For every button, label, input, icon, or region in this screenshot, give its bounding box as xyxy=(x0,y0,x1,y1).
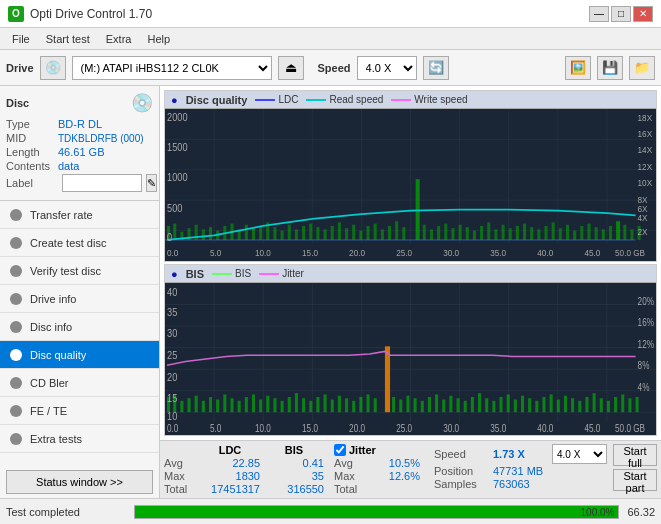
svg-rect-154 xyxy=(406,396,409,412)
nav-label-disc-info: Disc info xyxy=(30,321,72,333)
drive-select[interactable]: (M:) ATAPI iHBS112 2 CL0K xyxy=(72,56,272,80)
app-icon: O xyxy=(8,6,24,22)
refresh-button[interactable]: 🔄 xyxy=(423,56,449,80)
svg-rect-39 xyxy=(345,228,348,240)
svg-rect-186 xyxy=(636,397,639,412)
chart1-container: ● Disc quality LDC Read speed Write spee… xyxy=(164,90,657,262)
sidebar-item-disc-quality[interactable]: Disc quality xyxy=(0,341,159,369)
chart1-header: ● Disc quality LDC Read speed Write spee… xyxy=(165,91,656,109)
svg-rect-132 xyxy=(245,397,248,412)
svg-text:15.0: 15.0 xyxy=(302,248,318,259)
progress-fill xyxy=(135,506,618,518)
status-window-button[interactable]: Status window >> xyxy=(6,470,153,494)
svg-rect-44 xyxy=(381,229,384,240)
svg-text:5.0: 5.0 xyxy=(210,424,221,435)
sidebar-item-transfer-rate[interactable]: Transfer rate xyxy=(0,201,159,229)
svg-rect-60 xyxy=(502,225,505,240)
avg-label: Avg xyxy=(164,457,196,469)
svg-text:20.0: 20.0 xyxy=(349,248,365,259)
svg-text:25.0: 25.0 xyxy=(396,248,412,259)
max-label: Max xyxy=(164,470,196,482)
svg-rect-183 xyxy=(614,397,617,412)
nav-label-transfer-rate: Transfer rate xyxy=(30,209,93,221)
sidebar-item-cd-bler[interactable]: CD Bler xyxy=(0,369,159,397)
chart1-body: 2000 1500 1000 500 0 18X 16X 14X 12X 10X… xyxy=(165,109,656,261)
content-area: ● Disc quality LDC Read speed Write spee… xyxy=(160,86,661,498)
svg-rect-125 xyxy=(195,396,198,412)
minimize-button[interactable]: — xyxy=(589,6,609,22)
speed-stat-select[interactable]: 4.0 X xyxy=(552,444,607,464)
svg-rect-174 xyxy=(550,394,553,412)
maximize-button[interactable]: □ xyxy=(611,6,631,22)
svg-text:40.0: 40.0 xyxy=(537,424,553,435)
svg-text:40: 40 xyxy=(167,286,177,298)
total-ldc: 17451317 xyxy=(200,483,260,495)
disc-panel-title: Disc xyxy=(6,97,29,109)
start-full-button[interactable]: Start full xyxy=(613,444,657,466)
svg-rect-136 xyxy=(273,398,276,412)
chart2-container: ● BIS BIS Jitter xyxy=(164,264,657,436)
sidebar-item-drive-info[interactable]: Drive info xyxy=(0,285,159,313)
sidebar-item-extra-tests[interactable]: Extra tests xyxy=(0,425,159,453)
eject-button[interactable]: ⏏ xyxy=(278,56,304,80)
disc-info-panel: Disc 💿 Type BD-R DL MID TDKBLDRFB (000) … xyxy=(0,86,159,201)
drive-icon-btn[interactable]: 💿 xyxy=(40,56,66,80)
speed-position-stats: Speed 1.73 X 4.0 X Position 47731 MB Sam… xyxy=(434,444,607,490)
svg-rect-62 xyxy=(516,226,519,240)
svg-rect-75 xyxy=(609,226,612,240)
sidebar-item-fe-te[interactable]: FE / TE xyxy=(0,397,159,425)
menu-start-test[interactable]: Start test xyxy=(38,31,98,47)
label-edit-button[interactable]: ✎ xyxy=(146,174,157,192)
svg-rect-74 xyxy=(602,229,605,240)
samples-val: 763063 xyxy=(493,478,568,490)
svg-text:15.0: 15.0 xyxy=(302,424,318,435)
menu-help[interactable]: Help xyxy=(139,31,178,47)
settings-button[interactable]: 🖼️ xyxy=(565,56,591,80)
disc-icon: 💿 xyxy=(131,92,153,114)
label-key: Label xyxy=(6,177,58,189)
svg-rect-162 xyxy=(464,401,467,412)
svg-rect-149 xyxy=(385,346,390,412)
svg-rect-66 xyxy=(545,226,548,240)
statusbar: Test completed 100.0% 66.32 xyxy=(0,498,661,524)
close-button[interactable]: ✕ xyxy=(633,6,653,22)
mid-value: TDKBLDRFB (000) xyxy=(58,133,144,144)
svg-rect-156 xyxy=(421,401,424,412)
sidebar-item-disc-info[interactable]: Disc info xyxy=(0,313,159,341)
svg-rect-128 xyxy=(216,400,219,413)
speed-select[interactable]: 4.0 X xyxy=(357,56,417,80)
jitter-stats: Jitter Avg 10.5% Max 12.6% Total xyxy=(334,444,420,495)
svg-rect-177 xyxy=(571,398,574,412)
jitter-checkbox[interactable] xyxy=(334,444,346,456)
start-buttons: Start full Start part xyxy=(613,444,657,491)
nav-items: Transfer rate Create test disc Verify te… xyxy=(0,201,159,466)
svg-text:20%: 20% xyxy=(638,296,654,307)
start-part-button[interactable]: Start part xyxy=(613,469,657,491)
sidebar-item-verify-test-disc[interactable]: Verify test disc xyxy=(0,257,159,285)
svg-rect-167 xyxy=(499,397,502,412)
mid-label: MID xyxy=(6,132,58,144)
svg-rect-55 xyxy=(466,227,469,240)
svg-text:1000: 1000 xyxy=(167,172,188,184)
svg-text:12%: 12% xyxy=(638,339,654,350)
sidebar-item-create-test-disc[interactable]: Create test disc xyxy=(0,229,159,257)
menu-extra[interactable]: Extra xyxy=(98,31,140,47)
save-button[interactable]: 📁 xyxy=(629,56,655,80)
svg-rect-124 xyxy=(188,398,191,412)
svg-text:10.0: 10.0 xyxy=(255,424,271,435)
svg-rect-139 xyxy=(295,393,298,412)
svg-text:30.0: 30.0 xyxy=(443,248,459,259)
burn-button[interactable]: 💾 xyxy=(597,56,623,80)
label-input[interactable] xyxy=(62,174,142,192)
type-label: Type xyxy=(6,118,58,130)
menu-file[interactable]: File xyxy=(4,31,38,47)
svg-rect-150 xyxy=(367,394,370,412)
svg-rect-126 xyxy=(202,401,205,412)
svg-rect-49 xyxy=(423,225,426,240)
svg-rect-155 xyxy=(414,398,417,412)
svg-rect-179 xyxy=(585,397,588,412)
svg-rect-34 xyxy=(309,224,312,240)
nav-label-verify-test-disc: Verify test disc xyxy=(30,265,101,277)
svg-rect-38 xyxy=(338,222,341,240)
svg-rect-137 xyxy=(281,401,284,412)
